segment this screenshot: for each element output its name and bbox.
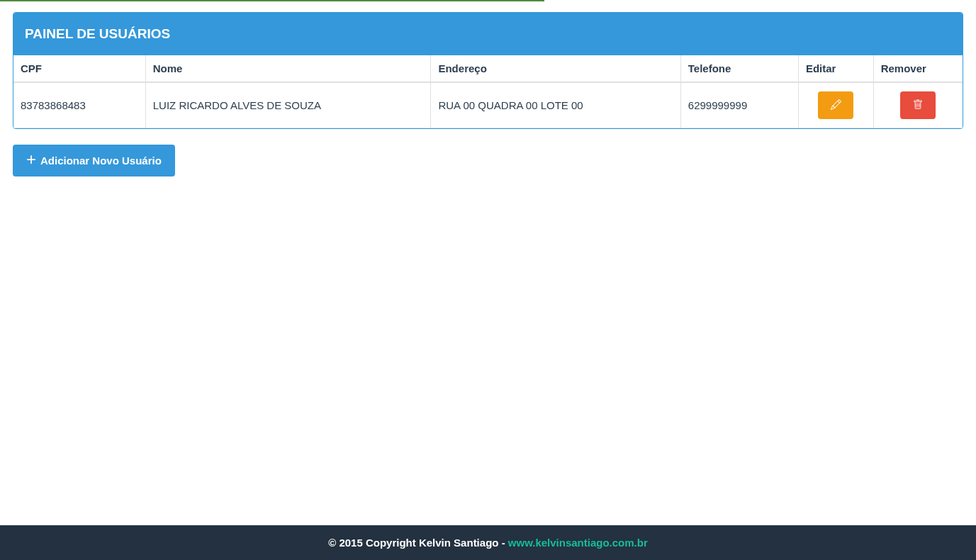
users-panel: PAINEL DE USUÁRIOS CPF Nome Endereço Tel… [13,12,963,129]
edit-button[interactable] [818,91,853,119]
table-row: 83783868483 LUIZ RICARDO ALVES DE SOUZA … [13,82,963,128]
trash-icon [913,99,923,112]
footer-link[interactable]: www.kelvinsantiago.com.br [508,537,648,549]
plus-icon [26,155,36,167]
footer: © 2015 Copyright Kelvin Santiago - www.k… [0,525,976,560]
pencil-icon [831,99,841,112]
header-telefone: Telefone [680,55,798,82]
panel-title: PAINEL DE USUÁRIOS [13,13,963,55]
header-nome: Nome [145,55,431,82]
cell-nome: LUIZ RICARDO ALVES DE SOUZA [145,82,431,128]
cell-cpf: 83783868483 [13,82,145,128]
header-editar: Editar [798,55,873,82]
header-remover: Remover [873,55,963,82]
table-header-row: CPF Nome Endereço Telefone Editar Remove… [13,55,963,82]
add-user-button[interactable]: Adicionar Novo Usuário [13,145,175,177]
delete-button[interactable] [900,91,936,119]
cell-endereco: RUA 00 QUADRA 00 LOTE 00 [431,82,680,128]
cell-telefone: 6299999999 [680,82,798,128]
users-table: CPF Nome Endereço Telefone Editar Remove… [13,55,963,128]
header-cpf: CPF [13,55,145,82]
header-endereco: Endereço [431,55,680,82]
footer-copyright: © 2015 Copyright Kelvin Santiago - [328,537,508,549]
add-user-label: Adicionar Novo Usuário [40,155,162,167]
